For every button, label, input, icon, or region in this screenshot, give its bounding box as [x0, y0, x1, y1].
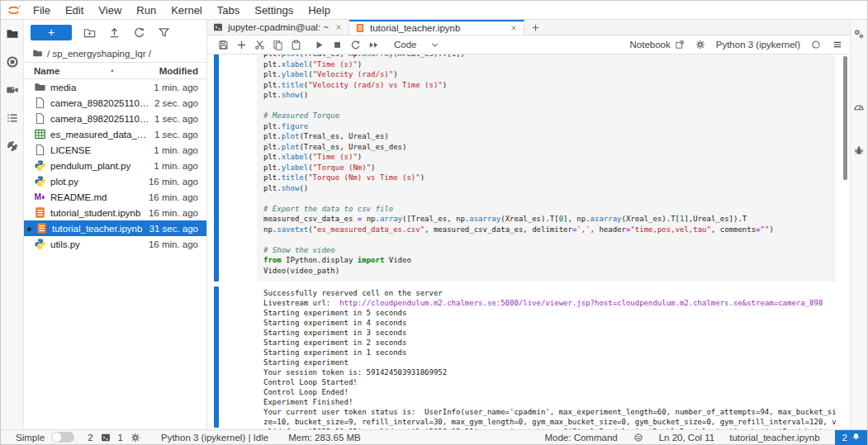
file-row[interactable]: tutorial_student.ipynb16 min. ago	[24, 205, 206, 220]
copy-cell-icon[interactable]	[268, 37, 287, 52]
menu-view[interactable]: View	[91, 4, 129, 17]
file-row[interactable]: pendulum_plant.py1 min. ago	[24, 158, 206, 173]
file-modified: 1 min. ago	[149, 145, 198, 155]
property-inspector-icon[interactable]	[851, 26, 867, 42]
debugger-icon[interactable]	[851, 142, 867, 159]
code-line: plt.xlabel("Time (s)")	[263, 59, 829, 70]
file-row[interactable]: plot.py16 min. ago	[24, 173, 206, 189]
column-name[interactable]: Name	[34, 66, 108, 76]
output-line: Starting experiment in 2 seconds	[263, 338, 836, 348]
file-row[interactable]: LICENSE1 min. ago	[24, 142, 206, 158]
menu-file[interactable]: File	[26, 4, 58, 17]
bell-icon	[851, 433, 861, 442]
file-name: es_measured_data_es.csv	[50, 130, 149, 140]
new-folder-icon[interactable]	[82, 25, 97, 40]
menu-bar-items: FileEditViewRunKernelTabsSettingsHelp	[26, 4, 338, 17]
paste-cell-icon[interactable]	[287, 37, 305, 52]
livestream-url-link[interactable]: http://cloudpendulum.m2.chalmers.se:5080…	[339, 299, 823, 307]
add-cell-icon[interactable]	[232, 37, 250, 52]
notebook-mode-button[interactable]: Notebook	[629, 40, 684, 50]
file-browser-toolbar: +	[24, 20, 206, 45]
code-line: plt.xlabel("Time (s)")	[263, 152, 829, 163]
file-row[interactable]: camera_89820251104-0...2 sec. ago	[24, 95, 206, 111]
menu-kernel[interactable]: Kernel	[164, 4, 210, 17]
mode-indicator[interactable]: Mode: Command	[544, 433, 617, 443]
code-line: plt.show()	[263, 90, 829, 101]
extensions-icon[interactable]	[4, 138, 21, 154]
file-row[interactable]: media1 min. ago	[24, 79, 206, 95]
line-col-indicator[interactable]: Ln 20, Col 11	[659, 433, 715, 443]
tab-label: tutorial_teacher.ipynb	[370, 23, 505, 33]
file-row[interactable]: MREADME.md16 min. ago	[24, 189, 206, 205]
camera-icon[interactable]	[4, 82, 21, 98]
menu-settings[interactable]: Settings	[247, 4, 301, 17]
keyboard-icon[interactable]	[633, 432, 644, 443]
folder-icon	[34, 81, 46, 93]
main-work-area: jupyter-cpadmin@ual: ~ tutorial_teacher.…	[207, 20, 850, 429]
close-icon[interactable]	[334, 23, 343, 31]
output-line: Starting experiment in 5 seconds	[263, 308, 836, 318]
kernel-select[interactable]: Python 3 (ipykernel)	[716, 40, 800, 50]
stop-kernel-icon[interactable]	[328, 37, 346, 52]
breadcrumb[interactable]: / sp_energyshaping_lqr /	[24, 45, 206, 62]
code-line	[263, 234, 829, 245]
menu-run[interactable]: Run	[129, 4, 164, 17]
tab-terminal[interactable]: jupyter-cpadmin@ual: ~	[207, 20, 349, 35]
kernel-status-icon[interactable]	[810, 39, 822, 50]
run-cell-icon[interactable]	[310, 37, 328, 52]
code-line	[263, 193, 829, 204]
gear-icon[interactable]	[695, 39, 706, 50]
code-line: plt.figure	[263, 121, 829, 132]
file-modified: 16 min. ago	[144, 177, 198, 187]
csv-icon	[34, 128, 46, 140]
restart-run-all-icon[interactable]	[364, 37, 382, 52]
cell-type-select[interactable]: Code	[394, 40, 439, 50]
status-bar: Simple 2 1 Python 3 (ipykernel) | Idle M…	[1, 429, 867, 444]
terminal-icon[interactable]	[100, 432, 111, 443]
hamburger-menu-icon[interactable]	[832, 39, 843, 50]
code-cell-input[interactable]: plt.plot(Treal_es, np.asarray(Xreal_es).…	[257, 54, 836, 282]
close-icon[interactable]	[510, 24, 518, 32]
markdown-icon: M	[34, 191, 46, 203]
cut-cell-icon[interactable]	[250, 37, 268, 52]
terminals-count[interactable]: 2	[88, 433, 92, 443]
notifications-badge[interactable]: 2	[835, 430, 867, 445]
output-line: Control Loop Ended!	[263, 387, 836, 397]
new-launcher-button[interactable]: +	[31, 25, 72, 40]
file-browser-icon[interactable]	[4, 26, 21, 42]
menu-edit[interactable]: Edit	[58, 4, 91, 17]
menu-help[interactable]: Help	[301, 4, 338, 17]
code-line: plt.title("Torque (Nm) vs Time (s)")	[263, 173, 829, 183]
file-row[interactable]: tutorial_teacher.ipynb31 sec. ago	[24, 220, 206, 236]
column-modified[interactable]: Modified	[159, 66, 198, 76]
file-row[interactable]: utils.py16 min. ago	[24, 236, 206, 252]
file-row[interactable]: es_measured_data_es.csv1 sec. ago	[24, 126, 206, 142]
file-icon	[34, 97, 46, 109]
table-of-contents-icon[interactable]	[4, 110, 21, 126]
kernel-status[interactable]: Python 3 (ipykernel) | Idle	[161, 433, 268, 443]
refresh-icon[interactable]	[131, 25, 146, 40]
code-line: plt.ylabel("Velocity (rad/s)")	[263, 69, 829, 80]
simple-mode-toggle[interactable]	[51, 432, 74, 443]
notebook-scrollbar[interactable]	[843, 56, 847, 180]
kernel-name: Python 3 (ipykernel)	[716, 40, 800, 50]
output-line: Starting experiment in 1 seconds	[263, 348, 836, 357]
dashboard-icon[interactable]	[851, 99, 867, 116]
filter-icon[interactable]	[156, 25, 171, 40]
chevron-down-icon	[430, 40, 439, 50]
restart-kernel-icon[interactable]	[346, 37, 364, 52]
save-icon[interactable]	[214, 37, 232, 52]
tab-notebook[interactable]: tutorial_teacher.ipynb	[349, 20, 524, 35]
code-line: np.savetxt("es_measured_data_es.csv", me…	[263, 225, 829, 235]
left-activity-bar	[1, 20, 24, 429]
cell-collapser-output[interactable]	[214, 286, 219, 428]
output-line: Your session token is: 59142450393186995…	[263, 367, 836, 377]
running-sessions-icon[interactable]	[4, 54, 21, 70]
menu-tabs[interactable]: Tabs	[210, 4, 247, 17]
file-row[interactable]: camera_89820251104-0...1 sec. ago	[24, 111, 206, 126]
new-tab-button[interactable]	[524, 20, 546, 35]
kernels-count[interactable]: 1	[118, 433, 123, 443]
upload-icon[interactable]	[107, 25, 121, 40]
kernel-gear-icon[interactable]	[130, 432, 141, 443]
cell-collapser-input[interactable]	[214, 54, 219, 282]
